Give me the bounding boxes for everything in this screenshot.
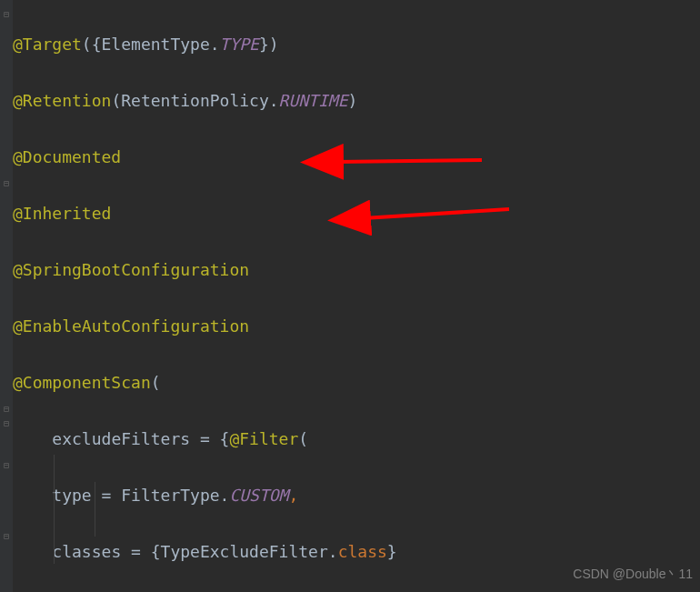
fold-marker[interactable]: ⊟ (2, 419, 11, 428)
code-line: @Documented (13, 143, 700, 171)
code-line: @ComponentScan( (13, 368, 700, 396)
watermark: CSDN @Double丶11 (573, 560, 693, 588)
code-line: @Target({ElementType.TYPE}) (13, 30, 700, 58)
fold-marker[interactable]: ⊟ (2, 10, 11, 19)
code-line: type = FilterType.CUSTOM, (13, 481, 700, 509)
code-line: @Inherited (13, 199, 700, 227)
code-line: excludeFilters = {@Filter( (13, 425, 700, 453)
indent-guide (54, 455, 55, 564)
editor-gutter: ⊟ ⊟ ⊟ ⊟ ⊟ ⊟ (0, 0, 13, 592)
code-line: @EnableAutoConfiguration (13, 312, 700, 340)
fold-marker[interactable]: ⊟ (2, 532, 11, 541)
code-editor[interactable]: @Target({ElementType.TYPE}) @Retention(R… (13, 0, 700, 592)
fold-marker[interactable]: ⊟ (2, 405, 11, 414)
code-line: @Retention(RetentionPolicy.RUNTIME) (13, 86, 700, 115)
fold-marker[interactable]: ⊟ (2, 461, 11, 470)
code-line: @SpringBootConfiguration (13, 256, 700, 284)
fold-marker[interactable]: ⊟ (2, 179, 11, 188)
indent-guide (95, 482, 95, 537)
